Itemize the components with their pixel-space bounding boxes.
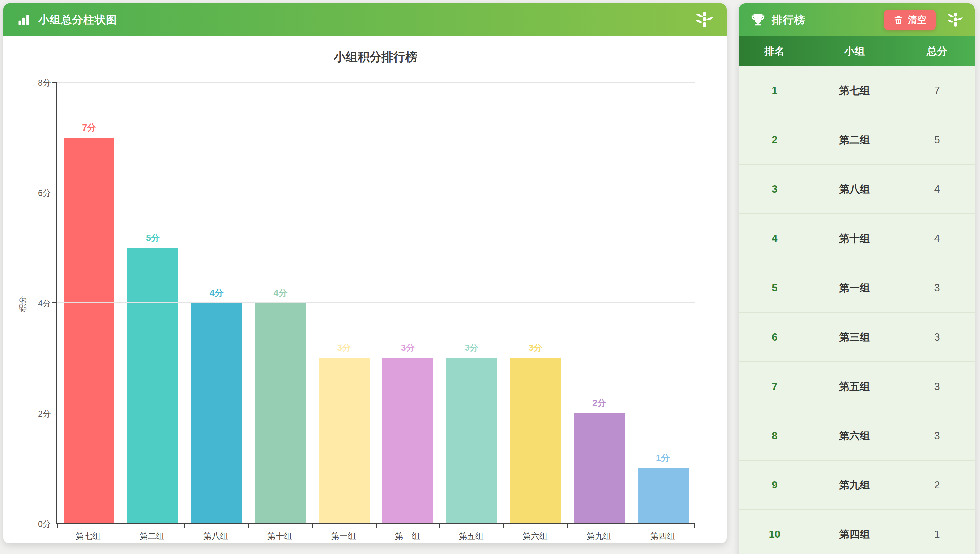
gridline [57,302,695,303]
x-tick-mark [503,523,504,527]
rank-cell: 5 [739,282,810,294]
y-axis-tick-labels: 0分2分4分6分8分 [3,83,51,524]
bar-value-label: 1分 [631,452,695,464]
y-tick-mark [52,522,57,523]
leaderboard-header: 排行榜 清空 [739,3,975,37]
bar-value-label: 3分 [312,342,376,354]
group-cell: 第五组 [810,380,900,393]
column-header-group: 小组 [810,45,900,58]
rank-cell: 10 [739,529,810,540]
x-axis-tick-labels: 第七组第二组第八组第十组第一组第三组第五组第六组第九组第四组 [56,531,695,542]
table-row: 4第十组4 [739,214,975,263]
chart-panel: 小组总分柱状图 小组积分排行榜 积分 0分2分4分6分8分 7分5分4分4分3分… [3,3,727,543]
rank-cell: 9 [739,479,810,491]
score-cell: 1 [899,529,975,540]
table-row: 8第六组3 [739,411,975,461]
bar[interactable] [446,358,497,523]
x-tick-label: 第二组 [120,531,184,542]
y-tick-label: 8分 [3,78,51,88]
group-cell: 第十组 [810,232,900,245]
bar-value-label: 3分 [440,342,504,354]
y-tick-mark [52,83,57,83]
bar[interactable] [510,358,561,523]
x-tick-label: 第四组 [631,531,695,542]
rank-cell: 4 [739,232,810,245]
chart-panel-title: 小组总分柱状图 [38,13,117,27]
score-cell: 7 [899,85,975,97]
y-tick-label: 4分 [3,298,51,309]
score-cell: 3 [899,282,975,294]
column-header-rank: 排名 [739,45,810,58]
bar[interactable] [319,358,369,523]
x-tick-mark [312,523,313,527]
bar[interactable] [382,358,433,523]
leaderboard-title: 排行榜 [772,13,805,27]
group-cell: 第九组 [810,478,900,492]
y-tick-mark [52,193,57,193]
score-cell: 4 [899,232,975,245]
table-row: 6第三组3 [739,313,975,362]
trash-icon [893,15,903,25]
bar-value-label: 4分 [185,287,248,299]
leaderboard-panel: 排行榜 清空 排名 小组 总分 1第七组72第二组53第八组44第十 [739,3,975,554]
y-tick-label: 2分 [3,408,51,419]
y-tick-mark [52,413,57,413]
group-cell: 第一组 [810,281,900,295]
x-tick-label: 第十组 [248,531,312,542]
x-tick-label: 第八组 [184,531,248,542]
clear-button-label: 清空 [908,14,926,26]
group-cell: 第四组 [810,527,900,541]
x-tick-label: 第七组 [56,531,120,542]
table-row: 5第一组3 [739,263,975,313]
score-cell: 4 [899,183,975,195]
rank-cell: 1 [739,85,810,97]
rank-cell: 3 [739,183,810,195]
clear-button[interactable]: 清空 [884,10,935,30]
x-tick-mark [567,523,568,527]
x-tick-mark [57,523,57,527]
x-tick-mark [694,523,695,527]
bar[interactable] [638,468,689,523]
group-cell: 第二组 [810,133,900,147]
table-row: 10第四组1 [739,510,975,554]
x-tick-mark [439,523,440,527]
table-row: 9第九组2 [739,461,975,510]
bar-value-label: 3分 [376,342,440,354]
rank-cell: 8 [739,430,810,442]
x-tick-mark [631,523,631,527]
gridline [57,193,695,193]
table-body: 1第七组72第二组53第八组44第十组45第一组36第三组37第五组38第六组3… [739,66,975,554]
bar-value-label: 3分 [504,342,568,354]
bar-chart-plot: 7分5分4分4分3分3分3分3分2分1分 [56,83,695,524]
table-header: 排名 小组 总分 [739,37,975,66]
rank-cell: 2 [739,134,810,146]
group-cell: 第八组 [810,182,900,196]
bar-value-label: 7分 [57,122,121,134]
table-row: 2第二组5 [739,116,975,165]
y-tick-label: 6分 [3,188,51,199]
score-cell: 3 [899,331,975,343]
group-cell: 第七组 [810,84,900,98]
gridline [57,413,695,413]
table-row: 1第七组7 [739,66,975,116]
x-tick-label: 第三组 [375,531,439,542]
chart-panel-header: 小组总分柱状图 [3,3,727,37]
x-tick-mark [248,523,249,527]
bar[interactable] [127,248,178,523]
x-tick-label: 第六组 [503,531,567,542]
x-tick-mark [184,523,185,527]
gridline [57,83,695,83]
group-cell: 第六组 [810,429,900,443]
x-tick-label: 第五组 [439,531,503,542]
y-tick-mark [52,302,57,303]
bamboo-icon [695,11,713,29]
x-tick-mark [376,523,377,527]
bar[interactable] [574,413,625,523]
bar[interactable] [64,138,115,523]
x-tick-mark [121,523,121,527]
column-header-score: 总分 [899,45,975,58]
score-cell: 5 [899,134,975,146]
trophy-icon [750,12,765,27]
bar-value-label: 2分 [568,397,631,409]
chart-title: 小组积分排行榜 [56,49,695,65]
